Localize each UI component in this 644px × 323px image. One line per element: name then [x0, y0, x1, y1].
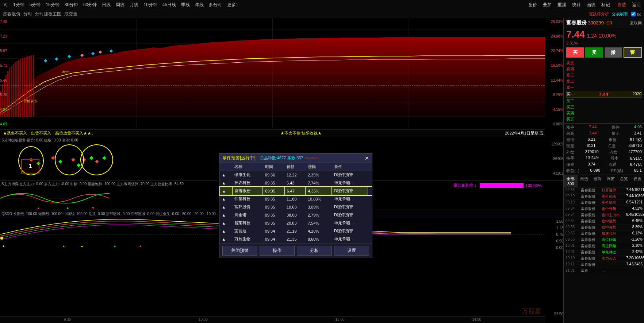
tool-mark[interactable]: 标记 [599, 1, 612, 9]
tool-stats[interactable]: 统计 [570, 1, 583, 9]
tf-yearly[interactable]: 年线 [193, 1, 206, 9]
refresh-label[interactable]: 交易刷新 [612, 11, 628, 17]
alert-title: 条件预警[运行中] [222, 155, 256, 161]
trade-time-12: 10:11 [566, 262, 578, 267]
row-name-8: 万辰生物 [232, 235, 262, 243]
trade-item-12[interactable]: 10:11 富春股份 7.43/3485 [564, 262, 644, 268]
svg-rect-20 [18, 60, 19, 117]
tab-watchlist[interactable]: 自选 [578, 175, 591, 187]
svg-text:▲: ▲ [139, 244, 142, 248]
energy-label: 量能饱和度： [453, 183, 478, 188]
tf-daily[interactable]: 日线 [100, 1, 113, 9]
time-label[interactable]: 时 [1, 1, 10, 9]
svg-text:攻击!: 攻击! [62, 70, 70, 74]
tf-more[interactable]: 更多） [225, 1, 242, 9]
stat-turnover-label: 换手 [566, 156, 574, 161]
qsdd-label: QSDD 长期线: 100.00 短期线: 100.00 中期线: 100.00… [1, 212, 228, 216]
x-1300: 13:00 [336, 317, 345, 323]
order-book: 卖五 卖四 卖三 卖二 卖一 [564, 59, 644, 123]
alert-row-5[interactable]: ▲ 川金诺 09:35 38.00 2.79% D涨停预警 [220, 211, 372, 219]
tool-auction[interactable]: 竞价 [526, 1, 539, 9]
buy-button[interactable]: 买 [566, 47, 584, 58]
trade-time-0: 09:18 [566, 188, 578, 193]
tool-watchlist[interactable]: -自选 [614, 1, 628, 9]
tab-overview[interactable]: 总览 [617, 175, 631, 187]
trade-item-9[interactable]: 10:01 富春股份 高位回落 -2.10% [564, 243, 644, 249]
tab-float[interactable]: 浮窗 [604, 175, 618, 187]
trade-item-4[interactable]: 09:54 富春股份 盘中主力出 6.48/10352 [564, 212, 644, 218]
svg-text:◆: ◆ [91, 51, 95, 56]
trade-item-13[interactable]: 11:01 富春 ... [564, 268, 644, 274]
tf-quarter[interactable]: 季线 [179, 1, 192, 9]
trade-item-11[interactable]: 10:10 富春股份 主力买入 7.20/10686 [564, 256, 644, 262]
trade-list[interactable]: 09:18 富春股份 打开涨停 7.44/15211 09:19 富春股份 竞价… [564, 187, 644, 323]
price-546: 5.46 [0, 78, 15, 82]
tf-5min[interactable]: 5分钟 [27, 1, 43, 9]
stat-mktcap-label: 市值 [609, 137, 617, 143]
settings-button[interactable]: 设置 [334, 246, 369, 256]
operate-button[interactable]: 操作 [260, 246, 295, 256]
tf-30min[interactable]: 30分钟 [62, 1, 80, 9]
alert-table-container[interactable]: 名称 时间 价格 涨幅 条件 ▲ 绿康生化 09:36 12.22 2.35% … [219, 163, 372, 243]
alert-row-4[interactable]: ▲ 富邦股份 09:35 10.68 3.09% D涨停预警 [220, 203, 372, 211]
tool-draw[interactable]: 画线 [585, 1, 597, 9]
trade-item-1[interactable]: 09:19 富春股份 竞价试买 7.44/10896 [564, 194, 644, 200]
trade-item-0[interactable]: 09:18 富春股份 打开涨停 7.44/15211 [564, 187, 644, 194]
stat-eps-val: 0.090 [590, 168, 601, 174]
chart-area[interactable]: ◆ ◆ ◆ ◆ ◆ ◆ ◆ 开始攻击 攻击! 29.03% 24.88% 20.… [0, 18, 564, 323]
trade-item-8[interactable]: 09:56 富春股份 高位回落 -2.26% [564, 237, 644, 243]
alert-close-button[interactable]: ✕ [365, 155, 369, 161]
trade-item-6[interactable]: 09:55 富春股份 盘中强势 8.39% [564, 225, 644, 231]
tf-monthly[interactable]: 月线 [127, 1, 141, 9]
tool-replay[interactable]: 重播 [556, 1, 568, 9]
tab-all[interactable]: 全部 300 [564, 175, 578, 187]
cancel-button[interactable]: 撤 [605, 47, 622, 58]
main-price: 7.44 [566, 29, 585, 40]
tab-settings[interactable]: 设置 [631, 175, 644, 187]
alert-row-2[interactable]: ▲ 富春股份 09:35 6.47 4.35% D涨停预警 [220, 187, 372, 195]
trade-item-7[interactable]: 09:55 富春股份 加速拉升 6.13% [564, 231, 644, 237]
trade-item-5[interactable]: 09:54 富春股份 盘中强势 6.45% [564, 218, 644, 225]
stock-header-fen[interactable]: 分时 [23, 11, 32, 17]
tool-return[interactable]: 返回 [630, 1, 643, 9]
svg-text:◆: ◆ [102, 155, 106, 160]
alert-row-6[interactable]: ▲ 智莱科技 09:35 20.83 7.54% 神龙争霸… [220, 219, 372, 227]
alarm-button[interactable]: 警 [624, 47, 642, 58]
tool-overlay[interactable]: 叠加 [541, 1, 553, 9]
analyze-button[interactable]: 分析 [297, 246, 332, 256]
trade-item-3[interactable]: 09:34 富春股份 盘中强势 4.52% [564, 206, 644, 212]
row-pct-5: 2.79% [306, 211, 332, 219]
trade-name-9: 富春股份 [581, 244, 599, 249]
tf-60min[interactable]: 60分钟 [81, 1, 99, 9]
stat-curvol-val: 8131 [587, 143, 595, 149]
stat-netasset-val: 0.74 [587, 162, 595, 167]
trade-item-2[interactable]: 09:19 富春股份 竞价试买 6.54/1291 [564, 200, 644, 206]
stock-header-volume[interactable]: 成交量 [64, 11, 77, 17]
close-alarm-button[interactable]: 关闭预警 [222, 246, 257, 256]
alert-row-0[interactable]: ▲ 绿康生化 09:36 12.22 2.35% D涨停预警 [220, 171, 372, 179]
refresh-checkbox[interactable] [631, 12, 636, 16]
tf-weekly[interactable]: 周线 [114, 1, 127, 9]
alert-row-3[interactable]: ▲ 仲量科技 09:35 11.88 10.88% 神龙争霸… [220, 195, 372, 203]
price-723: 7.23 [0, 34, 15, 38]
trade-item-10[interactable]: 10:01 富春股份 单笔冲差 2.42% [564, 249, 644, 256]
svg-point-61 [0, 237, 3, 240]
alert-row-1[interactable]: ▲ 神农科技 09:35 5.43 7.74% 神龙争霸… [220, 179, 372, 187]
indicator-2-svg: ▲ ▲ ▼ ▼ ▲ ▲ ▼ [0, 187, 110, 210]
tf-1min[interactable]: 1分钟 [11, 1, 27, 9]
row-pct-0: 2.35% [306, 171, 332, 179]
buy-4-label: 买四 [566, 110, 574, 116]
trade-action-5: 盘中强势 [602, 219, 624, 224]
alert-row-8[interactable]: ▲ 万辰生物 09:34 21.35 8.60% 神龙争霸… [220, 235, 372, 243]
alert-row-7[interactable]: ▲ 宝丽迪 09:34 21.19 4.28% D涨停预警 [220, 227, 372, 235]
trade-time-6: 09:55 [566, 225, 578, 230]
tf-45day[interactable]: 45日线 [160, 1, 178, 9]
analysis-label[interactable]: 涨跌停分析 [589, 11, 609, 17]
trade-time-10: 10:01 [566, 250, 578, 255]
tf-10min[interactable]: 10分钟 [141, 1, 159, 9]
tab-current[interactable]: 当前 [591, 175, 604, 187]
sell-button[interactable]: 卖 [585, 47, 603, 58]
tf-15min[interactable]: 15分钟 [43, 1, 61, 9]
tf-multimin[interactable]: 多分时 [207, 1, 224, 9]
stock-header-capture[interactable]: 分时抓板主图 [35, 11, 61, 17]
